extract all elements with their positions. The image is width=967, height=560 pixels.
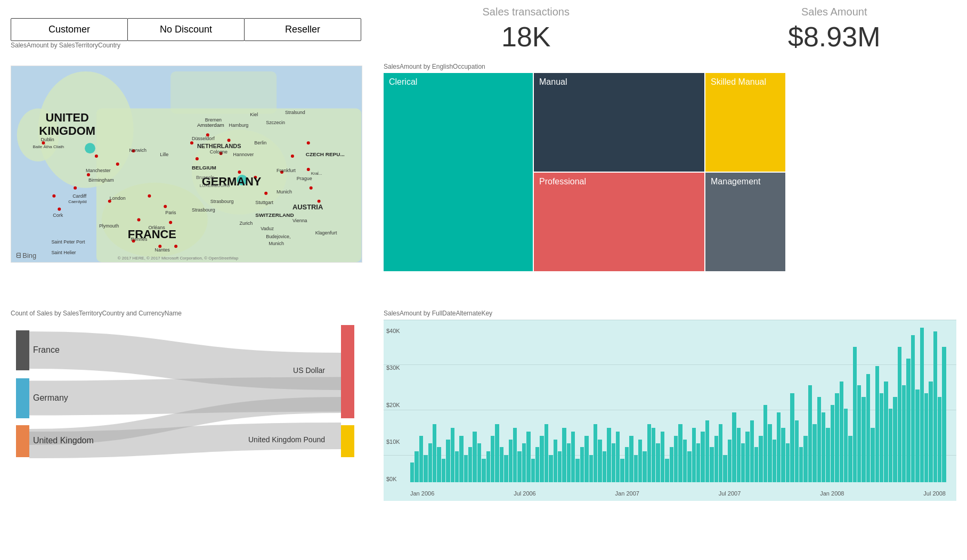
svg-text:Cardiff: Cardiff [72, 193, 87, 199]
bar [473, 432, 476, 482]
bar [575, 459, 579, 482]
sankey-title: Count of Sales by SalesTerritoryCountry … [11, 310, 362, 317]
filter-bar: Customer No Discount Reseller Sales tran… [11, 11, 956, 53]
bar [509, 440, 513, 482]
y-label-1: $10K [386, 439, 400, 445]
bar [656, 443, 660, 482]
svg-text:Bremen: Bremen [205, 117, 222, 123]
filter-customer[interactable]: Customer [11, 18, 128, 41]
svg-text:NETHERLANDS: NETHERLANDS [197, 143, 241, 149]
svg-rect-94 [16, 425, 29, 457]
bars-container [410, 328, 946, 482]
svg-text:Rennes: Rennes [131, 237, 148, 242]
bar [634, 455, 638, 482]
bar [866, 374, 870, 482]
svg-text:Berlin: Berlin [254, 140, 266, 145]
svg-point-30 [137, 218, 141, 221]
bar [678, 424, 682, 482]
treemap-management[interactable]: Management [705, 173, 785, 271]
bar [889, 409, 892, 482]
map-container[interactable]: UNITED KINGDOM GERMANY FRANCE NETHERLAND… [11, 66, 362, 263]
kpi-transactions-value: 18K [404, 21, 648, 53]
bar [598, 440, 602, 482]
svg-point-13 [190, 141, 193, 144]
treemap-skilled[interactable]: Skilled Manual [705, 73, 785, 172]
svg-point-29 [169, 221, 172, 224]
bar [442, 459, 445, 482]
treemap-manual[interactable]: Manual [534, 73, 704, 172]
bar [880, 393, 883, 482]
bar [938, 397, 941, 482]
bar [603, 451, 606, 482]
bar [522, 443, 526, 482]
bar [696, 443, 700, 482]
y-label-0: $0K [386, 476, 400, 482]
svg-text:Saint Helier: Saint Helier [51, 250, 76, 255]
treemap-clerical[interactable]: Clerical [384, 73, 533, 271]
bar [933, 331, 937, 482]
svg-text:Kraĺ...: Kraĺ... [311, 171, 322, 176]
svg-text:Lille: Lille [160, 152, 168, 157]
bar [428, 443, 432, 482]
svg-text:Baile Átha Cliath: Baile Átha Cliath [33, 144, 64, 149]
filter-no-discount[interactable]: No Discount [127, 18, 245, 41]
bar [893, 397, 897, 482]
bar [902, 385, 906, 482]
bar [517, 451, 521, 482]
svg-point-25 [310, 186, 313, 190]
svg-point-16 [196, 157, 199, 160]
bar [491, 436, 494, 482]
y-label-4: $40K [386, 328, 400, 334]
x-label-0: Jan 2006 [410, 490, 434, 497]
bar [540, 436, 543, 482]
svg-point-11 [116, 163, 119, 166]
treemap-professional[interactable]: Professional [534, 173, 704, 271]
bar [871, 428, 874, 482]
svg-text:Hamburg: Hamburg [229, 123, 249, 128]
svg-rect-93 [16, 378, 29, 418]
svg-text:Strasbourg: Strasbourg [210, 199, 234, 204]
svg-text:Düsseldorf: Düsseldorf [192, 136, 215, 141]
svg-point-27 [148, 194, 151, 198]
svg-text:Strasbourg: Strasbourg [192, 208, 215, 213]
y-label-2: $20K [386, 402, 400, 408]
svg-text:Stuttgart: Stuttgart [255, 200, 273, 205]
treemap-section: SalesAmount by EnglishOccupation Clerica… [362, 53, 956, 302]
bar [670, 447, 673, 482]
bar [424, 455, 427, 482]
x-label-2: Jan 2007 [615, 490, 639, 497]
bar [763, 405, 767, 482]
svg-text:Zurich: Zurich [239, 221, 253, 226]
svg-text:Munich: Munich [277, 189, 292, 194]
bar [545, 424, 548, 482]
linechart-title: SalesAmount by FullDateAlternateKey [384, 310, 956, 317]
sankey-svg: France Germany United Kingdom US Dollar … [11, 320, 362, 464]
svg-text:Kiel: Kiel [250, 112, 258, 117]
bar [692, 428, 696, 482]
y-label-3: $30K [386, 364, 400, 371]
bar [415, 451, 418, 482]
bar [728, 440, 732, 482]
bar [812, 424, 816, 482]
treemap: Clerical Manual Professional Skilled Man… [384, 73, 956, 271]
bar [911, 335, 915, 482]
bar [687, 451, 691, 482]
bar [437, 447, 441, 482]
map-title: SalesAmount by SalesTerritoryCountry [11, 42, 120, 49]
bar [638, 440, 642, 482]
svg-point-23 [307, 141, 310, 144]
bar [929, 382, 932, 482]
svg-text:Klagenfurt: Klagenfurt [315, 230, 337, 236]
bar [723, 455, 727, 482]
svg-text:US Dollar: US Dollar [293, 366, 325, 375]
svg-point-20 [264, 192, 267, 195]
bar [535, 447, 539, 482]
bar [571, 432, 575, 482]
svg-text:Paris: Paris [165, 210, 176, 215]
treemap-title: SalesAmount by EnglishOccupation [384, 63, 956, 70]
bar [803, 436, 807, 482]
filter-reseller[interactable]: Reseller [244, 18, 361, 41]
bar [942, 347, 946, 482]
svg-text:BELGIUM: BELGIUM [192, 165, 216, 171]
bar [844, 409, 848, 482]
